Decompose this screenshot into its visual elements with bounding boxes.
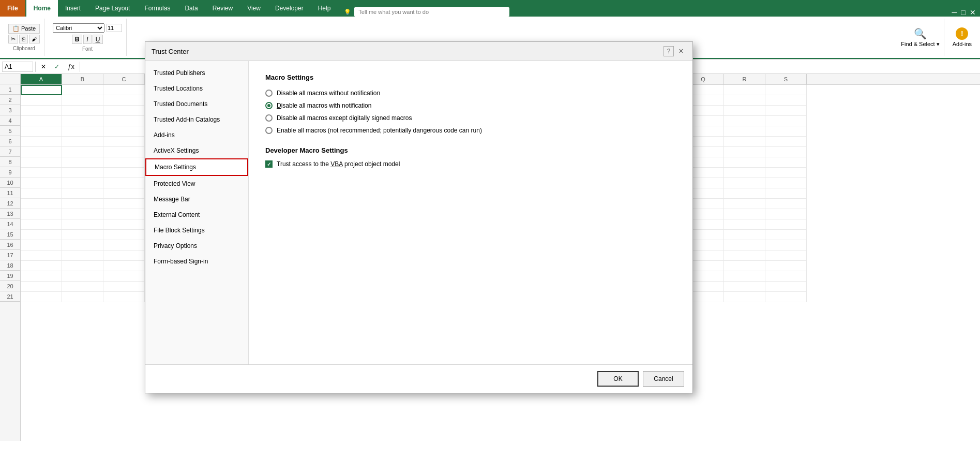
cell-S16[interactable] (765, 240, 807, 250)
col-header-R[interactable]: R (724, 74, 765, 84)
nav-item-activex-settings[interactable]: ActiveX Settings (145, 143, 248, 158)
radio-disable-except-signed[interactable] (265, 114, 273, 122)
cell-R19[interactable] (724, 271, 765, 282)
cell-R2[interactable] (724, 95, 765, 106)
cell-A16[interactable] (21, 240, 62, 250)
radio-enable-all[interactable] (265, 127, 273, 134)
insert-function-icon[interactable]: ƒx (65, 63, 78, 70)
confirm-formula-icon[interactable]: ✓ (51, 63, 63, 70)
tab-review[interactable]: Review (205, 0, 240, 17)
nav-item-trusted-locations[interactable]: Trusted Locations (145, 81, 248, 96)
tab-developer[interactable]: Developer (268, 0, 311, 17)
cell-C17[interactable] (103, 250, 145, 261)
cell-C1[interactable] (103, 85, 145, 95)
cell-S17[interactable] (765, 250, 807, 261)
tab-help[interactable]: Help (311, 0, 338, 17)
cell-S12[interactable] (765, 199, 807, 209)
cell-A10[interactable] (21, 178, 62, 188)
cell-A15[interactable] (21, 230, 62, 240)
cell-S18[interactable] (765, 261, 807, 271)
cell-S11[interactable] (765, 188, 807, 199)
cell-C19[interactable] (103, 271, 145, 282)
cell-C8[interactable] (103, 157, 145, 168)
cell-A1[interactable] (21, 85, 62, 95)
cell-B9[interactable] (62, 168, 103, 178)
tab-page-layout[interactable]: Page Layout (88, 0, 137, 17)
radio-disable-no-notify[interactable] (265, 90, 273, 97)
cell-S20[interactable] (765, 282, 807, 292)
cell-B12[interactable] (62, 199, 103, 209)
col-header-C[interactable]: C (103, 74, 145, 84)
cell-A13[interactable] (21, 209, 62, 219)
cell-R16[interactable] (724, 240, 765, 250)
cell-B11[interactable] (62, 188, 103, 199)
cell-B20[interactable] (62, 282, 103, 292)
cell-C10[interactable] (103, 178, 145, 188)
cancel-formula-icon[interactable]: ✕ (38, 63, 49, 70)
vba-trust-checkbox[interactable] (265, 160, 273, 168)
cell-R8[interactable] (724, 157, 765, 168)
cell-R1[interactable] (724, 85, 765, 95)
cell-S10[interactable] (765, 178, 807, 188)
cell-S3[interactable] (765, 106, 807, 116)
cell-C16[interactable] (103, 240, 145, 250)
cancel-button[interactable]: Cancel (643, 371, 684, 387)
radio-disable-notify[interactable] (265, 102, 273, 109)
cell-S9[interactable] (765, 168, 807, 178)
cell-B14[interactable] (62, 219, 103, 230)
tab-data[interactable]: Data (177, 0, 205, 17)
cell-B4[interactable] (62, 116, 103, 126)
cell-R13[interactable] (724, 209, 765, 219)
cell-R7[interactable] (724, 147, 765, 157)
nav-item-message-bar[interactable]: Message Bar (145, 191, 248, 207)
nav-item-trusted-add-in-catalogs[interactable]: Trusted Add-in Catalogs (145, 112, 248, 127)
cell-S13[interactable] (765, 209, 807, 219)
cell-C9[interactable] (103, 168, 145, 178)
cell-B3[interactable] (62, 106, 103, 116)
tab-formulas[interactable]: Formulas (137, 0, 177, 17)
restore-icon[interactable]: □ (961, 8, 966, 17)
cell-A3[interactable] (21, 106, 62, 116)
nav-item-external-content[interactable]: External Content (145, 207, 248, 223)
copy-button[interactable]: ⎘ (19, 35, 28, 43)
cell-C5[interactable] (103, 126, 145, 137)
nav-item-protected-view[interactable]: Protected View (145, 176, 248, 191)
cell-S1[interactable] (765, 85, 807, 95)
ok-button[interactable]: OK (597, 371, 639, 387)
cell-C2[interactable] (103, 95, 145, 106)
cell-A19[interactable] (21, 271, 62, 282)
cell-R12[interactable] (724, 199, 765, 209)
cell-R14[interactable] (724, 219, 765, 230)
cell-R17[interactable] (724, 250, 765, 261)
cell-S14[interactable] (765, 219, 807, 230)
nav-item-form-based-sign-in[interactable]: Form-based Sign-in (145, 254, 248, 269)
cell-B19[interactable] (62, 271, 103, 282)
col-header-B[interactable]: B (62, 74, 103, 84)
cell-S15[interactable] (765, 230, 807, 240)
cell-R11[interactable] (724, 188, 765, 199)
cell-B5[interactable] (62, 126, 103, 137)
cell-R21[interactable] (724, 292, 765, 302)
cell-C21[interactable] (103, 292, 145, 302)
cell-C6[interactable] (103, 137, 145, 147)
cell-R9[interactable] (724, 168, 765, 178)
cell-C11[interactable] (103, 188, 145, 199)
cell-A4[interactable] (21, 116, 62, 126)
nav-item-add-ins[interactable]: Add-ins (145, 127, 248, 143)
cell-A12[interactable] (21, 199, 62, 209)
col-header-S[interactable]: S (765, 74, 807, 84)
cell-A9[interactable] (21, 168, 62, 178)
tab-home[interactable]: Home (26, 0, 58, 17)
cell-R10[interactable] (724, 178, 765, 188)
cell-C4[interactable] (103, 116, 145, 126)
cell-S2[interactable] (765, 95, 807, 106)
cell-B6[interactable] (62, 137, 103, 147)
nav-item-trusted-publishers[interactable]: Trusted Publishers (145, 65, 248, 81)
add-ins-label[interactable]: Add-ins (953, 41, 972, 47)
cell-B2[interactable] (62, 95, 103, 106)
close-icon[interactable]: ✕ (970, 8, 976, 17)
find-select-label[interactable]: Find & Select ▾ (901, 41, 939, 48)
cell-B15[interactable] (62, 230, 103, 240)
cell-B13[interactable] (62, 209, 103, 219)
cell-R15[interactable] (724, 230, 765, 240)
